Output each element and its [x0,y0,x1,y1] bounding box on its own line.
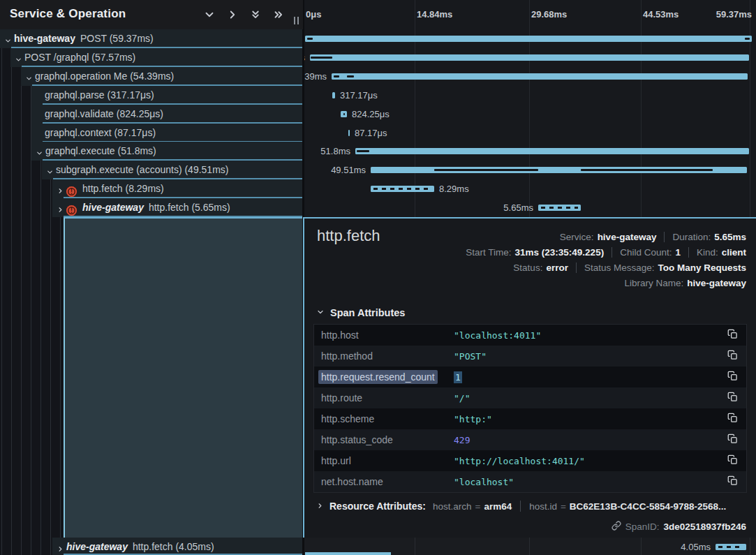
waterfall-row[interactable]: 5.65ms [303,198,756,217]
copy-icon[interactable] [718,350,746,362]
collapse-chevron-icon[interactable] [36,147,43,160]
span-attributes-header[interactable]: Span Attributes [316,307,405,318]
child-span-mark [307,38,313,40]
span-duration-bar[interactable] [332,92,335,98]
waterfall-row[interactable] [303,29,756,48]
attribute-row[interactable]: http.request.resend_count1 [314,367,746,387]
attribute-row[interactable]: http.method"POST" [314,346,746,367]
collapse-chevron-icon[interactable] [15,54,22,66]
double-chevron-right-icon[interactable] [272,8,285,21]
link-icon[interactable] [612,521,621,533]
tree-row[interactable]: hive-gatewayPOST (59.37ms) [0,29,303,48]
copy-icon[interactable] [718,475,746,488]
chevron-right-icon[interactable] [226,8,239,21]
resize-handle-icon[interactable] [294,17,299,24]
span-duration-bar[interactable] [332,73,748,80]
copy-icon[interactable] [718,371,746,383]
duration-label: 54.39ms [303,71,327,82]
collapse-chevron-icon[interactable] [46,166,54,179]
span-label: graphql.validate (824.25μs) [45,108,163,119]
attribute-row[interactable]: http.scheme"http:" [314,408,746,429]
collapse-chevron-icon[interactable] [4,35,12,47]
resource-value: arm64 [484,501,512,512]
tree-row[interactable]: subgraph.execute (accounts) (49.51ms) [0,161,303,179]
waterfall-row[interactable]: 317.17μs [303,86,756,105]
expand-chevron-icon[interactable] [57,543,64,555]
operation-name: http.fetch (8.29ms) [82,183,164,194]
partial-span-bar [305,552,391,555]
meta-line: Service:hive-gatewayDuration:5.65ms [466,229,746,244]
meta-value: hive-gateway [598,232,657,242]
operation-name: subgraph.execute (accounts) (49.51ms) [56,164,228,175]
equals-sign: = [475,501,480,512]
waterfall-row[interactable]: 4.05ms [303,538,756,555]
meta-label: Start Time: [466,247,511,258]
copy-icon[interactable] [718,413,746,425]
tree-row[interactable]: !hive-gatewayhttp.fetch (5.65ms) [0,198,303,217]
copy-icon[interactable] [718,454,746,467]
span-label: !http.fetch (8.29ms) [66,183,164,197]
meta-separator [576,262,577,273]
service-name: hive-gateway [82,202,144,213]
meta-value: 31ms (23:35:49.225) [515,247,605,258]
tree-row[interactable]: graphql.execute (51.8ms) [0,142,303,161]
waterfall-row[interactable]: 824.25μs [303,105,756,124]
waterfall-row[interactable]: 8.29ms [303,179,756,198]
tree-row[interactable]: graphql.parse (317.17μs) [0,86,303,105]
span-attributes-title: Span Attributes [330,307,405,318]
span-duration-bar[interactable] [341,111,347,117]
meta-separator [612,247,612,258]
tree-row[interactable]: graphql.context (87.17μs) [0,124,303,142]
span-duration-bar[interactable] [538,205,581,211]
attribute-key: http.url [314,455,454,466]
expand-chevron-icon[interactable] [57,185,64,198]
child-span-mark [343,113,345,115]
meta-label: Child Count: [620,247,672,258]
attribute-row[interactable]: http.route"/" [314,387,746,408]
copy-icon[interactable] [718,434,746,446]
attribute-row[interactable]: http.url"http://localhost:4011/" [314,450,746,471]
selected-span-block[interactable] [64,217,303,538]
span-duration-bar[interactable] [371,167,747,173]
child-span-mark [434,169,538,171]
span-duration-bar[interactable] [305,36,752,42]
operation-name: graphql.context (87.17μs) [45,127,156,138]
copy-icon[interactable] [718,392,746,404]
waterfall-row[interactable]: 54.39ms [303,67,756,86]
span-duration-bar[interactable] [310,54,749,61]
meta-line: Library Name:hive-gateway [466,275,746,290]
tree-row[interactable]: hive-gatewayhttp.fetch (4.05ms) [0,538,303,555]
copy-icon[interactable] [718,329,746,341]
child-span-mark [581,169,713,171]
tree-row[interactable]: graphql.operation Me (54.39ms) [0,67,303,86]
tree-row[interactable]: !http.fetch (8.29ms) [0,179,303,198]
collapse-chevron-icon[interactable] [25,73,33,85]
span-label: graphql.execute (51.8ms) [45,145,156,156]
waterfall-row[interactable]: 87.17μs [303,124,756,142]
waterfall-row[interactable]: 51.8ms [303,142,756,161]
span-label: hive-gatewayhttp.fetch (4.05ms) [66,541,214,552]
span-duration-bar[interactable] [355,148,749,154]
attribute-row[interactable]: net.host.name"localhost" [314,471,746,492]
attribute-value: "http:" [454,414,718,424]
span-duration-bar[interactable] [716,544,746,550]
span-duration-bar[interactable] [348,130,350,136]
waterfall-row[interactable]: 49.51ms [303,161,756,179]
attribute-key: net.host.name [314,476,454,487]
expand-chevron-icon[interactable] [57,204,64,216]
operation-name: http.fetch (4.05ms) [133,541,214,552]
operation-name: http.fetch (5.65ms) [149,202,230,213]
span-duration-bar[interactable] [371,186,434,192]
resource-attributes-row[interactable]: Resource Attributes: host.arch=arm64host… [316,501,726,512]
attribute-key: http.route [314,392,454,404]
double-chevron-down-icon[interactable] [249,8,262,21]
attribute-row[interactable]: http.status_code429 [314,429,746,450]
waterfall-row[interactable]: 57.57ms [303,48,756,67]
child-span-mark [745,38,750,40]
tree-row[interactable]: graphql.validate (824.25μs) [0,105,303,124]
duration-label: 8.29ms [439,184,469,194]
resource-attributes-title: Resource Attributes: [329,501,426,512]
tree-row[interactable]: POST /graphql (57.57ms) [0,48,303,67]
attribute-row[interactable]: http.host"localhost:4011" [314,325,746,346]
chevron-down-icon[interactable] [203,8,216,21]
